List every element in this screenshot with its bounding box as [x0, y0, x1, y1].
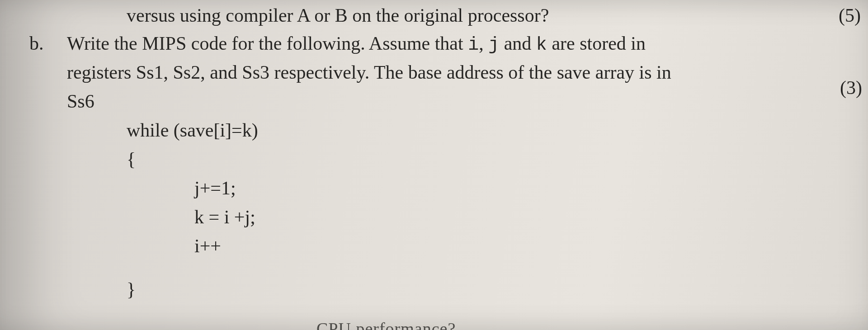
question-line-2: registers Ss1, Ss2, and Ss3 respectively…	[67, 59, 671, 86]
code-inline-j: j	[488, 35, 499, 55]
code-inline-k: k	[536, 35, 547, 55]
exam-page: versus using compiler A or B on the orig…	[0, 0, 868, 330]
code-line-4: k = i +j;	[194, 203, 255, 231]
text-fragment: ,	[479, 33, 488, 54]
prev-question-points: (5)	[839, 2, 861, 29]
code-line-5: i++	[194, 232, 221, 260]
prev-question-fragment: versus using compiler A or B on the orig…	[127, 2, 549, 29]
next-question-fragment: CPU performance?	[316, 316, 456, 330]
code-line-6: }	[127, 276, 136, 303]
code-line-2: {	[127, 146, 136, 173]
question-line-3: Ss6	[67, 88, 94, 115]
question-line-1: Write the MIPS code for the following. A…	[67, 30, 646, 58]
code-line-1: while (save[i]=k)	[127, 117, 258, 144]
item-label-b: b.	[29, 30, 44, 57]
code-inline-i: i	[468, 35, 479, 55]
code-line-3: j+=1;	[194, 174, 236, 202]
text-fragment: Write the MIPS code for the following. A…	[67, 33, 468, 54]
text-fragment: and	[499, 33, 536, 54]
text-fragment: are stored in	[547, 33, 646, 54]
question-points: (3)	[840, 74, 862, 102]
